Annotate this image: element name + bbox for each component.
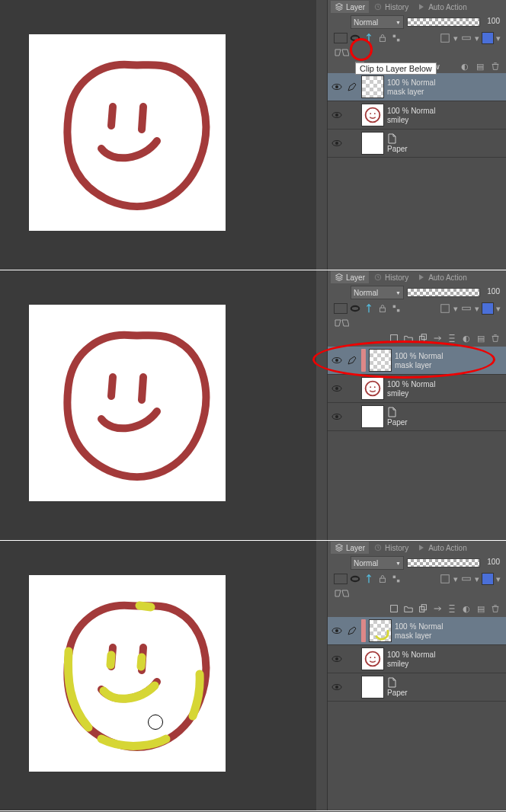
transfer-icon[interactable] (431, 332, 444, 344)
opacity-slider[interactable] (407, 288, 480, 297)
tab-auto-action[interactable]: Auto Action (413, 542, 471, 554)
eye-icon[interactable] (331, 109, 343, 121)
layer-paper[interactable]: Paper (328, 129, 506, 158)
layer-smiley[interactable]: 100 % Normal smiley (328, 375, 506, 403)
mask-dropdown[interactable]: ▾ (453, 302, 459, 315)
opacity-slider[interactable] (407, 558, 480, 567)
mask-a-icon[interactable] (439, 32, 451, 44)
layer-smiley[interactable]: 100 % Normal smiley (328, 101, 506, 129)
mask-dropdown[interactable]: ▾ (453, 573, 459, 585)
more-icon[interactable]: ▤ (474, 60, 486, 72)
tab-history[interactable]: History (370, 271, 412, 283)
ref-layer-icon[interactable] (334, 574, 347, 584)
layer-thumbnail[interactable] (361, 75, 384, 98)
ruler-icon[interactable] (460, 302, 472, 315)
layer-thumbnail[interactable] (361, 132, 384, 155)
pen-icon[interactable] (346, 354, 358, 366)
layer-paper[interactable]: Paper (328, 673, 506, 702)
marker-icon[interactable] (363, 32, 375, 44)
duplicate-icon[interactable] (417, 332, 429, 344)
tab-auto-action[interactable]: Auto Action (413, 271, 471, 283)
new-layer-icon[interactable] (388, 332, 400, 344)
trash-icon[interactable] (489, 332, 501, 344)
show-palette-icon[interactable]: ◐ (459, 60, 471, 72)
canvas[interactable] (29, 575, 226, 772)
mask-a-icon[interactable] (439, 573, 451, 585)
lock-pixel-icon[interactable] (390, 302, 402, 315)
misc-icon[interactable]: ◐ (460, 603, 472, 615)
tab-history[interactable]: History (370, 542, 412, 554)
layer-thumbnail[interactable] (361, 676, 384, 699)
lock-pixel-icon[interactable] (390, 573, 402, 585)
clip-mask-icon[interactable] (349, 302, 361, 315)
opacity-value[interactable]: 100 (483, 286, 501, 299)
panel-side-tabs[interactable] (316, 270, 328, 540)
two-pane-toggle[interactable] (334, 317, 349, 329)
lock-icon[interactable] (376, 573, 389, 585)
layer-paper[interactable]: Paper (328, 403, 506, 431)
layer-thumbnail[interactable] (361, 405, 384, 428)
eye-icon[interactable] (331, 382, 343, 395)
panel-side-tabs[interactable] (316, 541, 328, 810)
ref-layer-icon[interactable] (334, 303, 347, 314)
eye-icon[interactable] (331, 411, 343, 423)
layer-thumbnail[interactable] (369, 349, 392, 372)
color-dropdown[interactable]: ▾ (495, 32, 501, 44)
blend-mode-select[interactable]: Normal ▼ (351, 286, 404, 299)
eye-icon[interactable] (331, 137, 343, 149)
pen-icon[interactable] (346, 81, 358, 93)
ref-layer-icon[interactable] (334, 33, 347, 43)
opacity-slider[interactable] (407, 18, 480, 27)
color-dropdown[interactable]: ▾ (495, 573, 501, 585)
tab-layer[interactable]: Layer (331, 1, 369, 13)
merge-icon[interactable] (446, 332, 458, 344)
two-pane-toggle[interactable] (334, 587, 349, 599)
clip-mask-icon[interactable] (349, 32, 361, 44)
ruler-dropdown[interactable]: ▾ (474, 32, 480, 44)
layer-color-swatch[interactable] (482, 302, 494, 315)
layer-color-swatch[interactable] (482, 32, 494, 44)
tab-auto-action[interactable]: Auto Action (413, 1, 471, 13)
layer-color-swatch[interactable] (482, 573, 494, 585)
trash-icon[interactable] (489, 603, 501, 615)
ruler-icon[interactable] (460, 573, 472, 585)
marker-icon[interactable] (363, 573, 375, 585)
layer-thumbnail[interactable] (361, 377, 384, 400)
trash-icon[interactable] (489, 60, 501, 72)
panel-side-tabs[interactable] (316, 0, 328, 270)
duplicate-icon[interactable] (417, 603, 429, 615)
blend-mode-select[interactable]: Normal ▼ (351, 15, 404, 29)
opacity-value[interactable]: 100 (483, 557, 501, 569)
more2-icon[interactable]: ▤ (475, 332, 487, 344)
ruler-dropdown[interactable]: ▾ (474, 302, 480, 315)
tab-layer[interactable]: Layer (331, 542, 369, 554)
eye-icon[interactable] (331, 354, 343, 366)
new-layer-icon[interactable] (388, 603, 400, 615)
transfer-icon[interactable] (431, 603, 444, 615)
opacity-value[interactable]: 100 (483, 16, 501, 28)
merge-icon[interactable] (446, 603, 458, 615)
new-folder-icon[interactable] (402, 603, 415, 615)
clip-mask-icon[interactable] (349, 573, 361, 585)
tab-layer[interactable]: Layer (331, 271, 369, 283)
mask-a-icon[interactable] (439, 302, 451, 315)
new-folder-icon[interactable] (402, 332, 415, 344)
layer-thumbnail[interactable] (369, 619, 392, 642)
tab-history[interactable]: History (370, 1, 412, 13)
lock-icon[interactable] (376, 32, 389, 44)
lock-icon[interactable] (376, 302, 389, 315)
eye-icon[interactable] (331, 653, 343, 665)
layer-mask-layer[interactable]: 100 % Normal mask layer (328, 617, 506, 645)
canvas[interactable] (29, 305, 226, 501)
layer-thumbnail[interactable] (361, 647, 384, 670)
two-pane-toggle[interactable] (334, 46, 349, 59)
more2-icon[interactable]: ▤ (475, 603, 487, 615)
misc-icon[interactable]: ◐ (460, 332, 472, 344)
blend-mode-select[interactable]: Normal ▼ (351, 556, 404, 570)
lock-pixel-icon[interactable] (390, 32, 402, 44)
mask-dropdown[interactable]: ▾ (453, 32, 459, 44)
layer-smiley[interactable]: 100 % Normal smiley (328, 645, 506, 673)
ruler-dropdown[interactable]: ▾ (474, 573, 480, 585)
eye-icon[interactable] (331, 681, 343, 693)
ruler-icon[interactable] (460, 32, 472, 44)
